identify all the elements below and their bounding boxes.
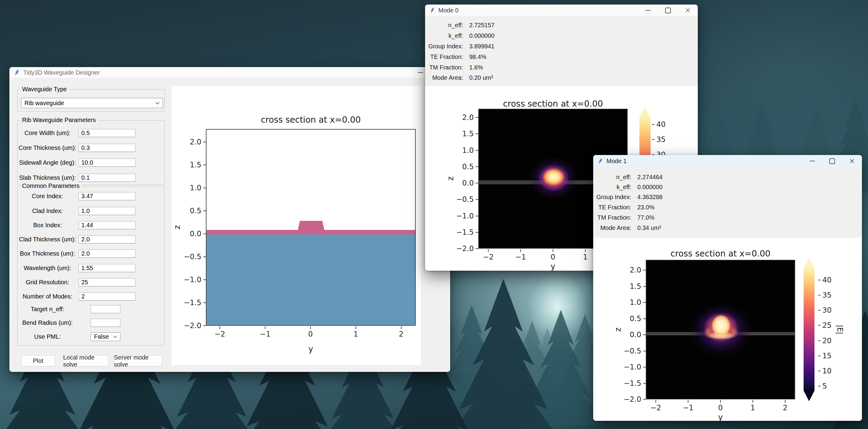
maximize-icon	[829, 158, 835, 164]
minimize-icon	[418, 72, 423, 73]
titlebar-mode-0[interactable]: Mode 0	[425, 4, 698, 16]
core-width-input[interactable]	[79, 129, 135, 137]
stat-te-fraction: TE Fraction: 98.4%	[425, 53, 576, 61]
maximize-icon	[665, 7, 671, 13]
field-label-use-pml: Use PML:	[17, 332, 78, 341]
y-axis-label: z	[614, 324, 624, 336]
colorbar	[804, 258, 814, 401]
sidewall-angle-input[interactable]	[79, 159, 135, 167]
field-label-clad-thickness: Clad Thickness (um):	[17, 235, 78, 243]
x-axis-label: y	[302, 344, 320, 354]
window-waveguide-designer: Tidy3D Waveguide Designer Waveguide Type…	[9, 67, 450, 372]
group-label: Common Parameters	[20, 183, 81, 190]
stat-tm-fraction: TM Fraction: 1.6%	[425, 63, 576, 71]
core-index-input[interactable]	[79, 192, 135, 200]
number-of-modes-input[interactable]	[79, 292, 135, 301]
close-button[interactable]	[678, 4, 698, 16]
substrate-layer	[207, 234, 415, 325]
window-title: Tidy3D Waveguide Designer	[23, 69, 100, 76]
use-pml-combobox[interactable]: False	[91, 332, 120, 341]
local-mode-solve-label: Local mode solve	[63, 354, 108, 368]
local-mode-solve-button[interactable]: Local mode solve	[63, 355, 108, 366]
slab-thickness-input[interactable]	[79, 174, 135, 182]
stat-group-index: Group Index: 3.899941	[425, 42, 576, 50]
stat-mode-area: Mode Area: 0.20 um²	[425, 74, 576, 81]
stat-neff: n_eff: 2.274464	[593, 173, 744, 181]
colorbar-arrow-top	[640, 107, 651, 117]
box-thickness-input[interactable]	[79, 250, 135, 258]
chevron-down-icon	[155, 102, 160, 104]
server-mode-solve-button[interactable]: Server mode solve	[114, 355, 162, 366]
python-feather-icon	[430, 7, 435, 13]
field-label-slab-thickness: Slab Thickness (um):	[17, 174, 78, 182]
colorbar-arrow-bottom	[804, 391, 814, 401]
chevron-down-icon	[113, 336, 117, 338]
y-axis-label: z	[446, 172, 457, 185]
field-label-number-of-modes: Number of Modes:	[17, 292, 78, 301]
field-label-bend-radius: Bend Radius (um):	[17, 319, 78, 327]
maximize-button[interactable]	[658, 4, 678, 16]
python-feather-icon	[14, 69, 20, 76]
window-title: Mode 1	[607, 158, 627, 165]
field-label-grid-resolution: Grid Resolution:	[17, 278, 78, 287]
stat-mode-area: Mode Area: 0.34 um²	[593, 224, 744, 232]
wavelength-input[interactable]	[79, 264, 135, 272]
clad-index-input[interactable]	[79, 207, 135, 215]
close-button[interactable]	[842, 155, 862, 167]
y-axis-label: z	[173, 221, 184, 233]
stat-group-index: Group Index: 4.363288	[593, 193, 744, 201]
field-label-box-index: Box Index:	[17, 221, 78, 229]
plot-axes	[206, 129, 416, 326]
y-axis-ticks: 2.0 1.5 1.0 0.5 0.0 −0.5 −1.0 −1.5 −2.0	[181, 138, 206, 330]
window-title: Mode 0	[438, 7, 459, 14]
stat-neff: n_eff: 2.725157	[425, 21, 576, 29]
field-label-wavelength: Wavelength (um):	[17, 264, 78, 272]
plot-title: cross section at x=0.00	[599, 249, 841, 259]
field-label-box-thickness: Box Thickness (um):	[17, 250, 78, 258]
cross-section-figure: cross section at x=0.00 2.0 1.5 1.0 0.5 …	[172, 86, 421, 365]
field-label-target-neff: Target n_eff:	[17, 305, 78, 313]
plot-title: cross section at x=0.00	[190, 115, 432, 125]
clad-thickness-input[interactable]	[79, 235, 135, 243]
x-axis-ticks: −2 −1 0 1 2	[647, 400, 794, 412]
field-label-clad-index: Clad Index:	[17, 207, 78, 215]
x-axis-label: y	[711, 413, 730, 421]
core-thickness-input[interactable]	[79, 144, 135, 152]
field-label-core-thickness: Core Thickness (um):	[17, 144, 78, 152]
minimize-button[interactable]	[802, 155, 822, 167]
plot-button[interactable]: Plot	[21, 355, 55, 366]
colorbar-label: |E|	[833, 323, 844, 336]
colorbar-arrow-top	[804, 258, 814, 268]
field-label-sidewall-angle: Sidewall Angle (deg):	[17, 159, 78, 167]
x-axis-label: y	[544, 262, 562, 271]
bend-radius-input[interactable]	[91, 319, 120, 327]
window-mode-1: Mode 1 n_eff: 2.274464 k_eff: 0.000000 G…	[593, 155, 862, 421]
field-label-core-index: Core Index:	[17, 192, 78, 200]
colorbar-gradient	[804, 268, 814, 391]
close-icon	[849, 159, 855, 163]
python-feather-icon	[598, 158, 603, 164]
mode1-figure: cross section at x=0.00 2.0 1.5 1.0 0.5 …	[593, 238, 862, 421]
field-label-core-width: Core Width (um):	[17, 129, 78, 137]
mode-field-blob	[646, 260, 795, 399]
titlebar-mode-1[interactable]: Mode 1	[593, 155, 862, 167]
maximize-button[interactable]	[822, 155, 842, 167]
colorbar-ticks: 40 35 30 25 20 15 10 5	[818, 276, 835, 390]
target-neff-input[interactable]	[91, 305, 120, 313]
combobox-value: False	[94, 333, 109, 340]
stat-keff: k_eff: 0.000000	[425, 32, 576, 40]
group-label: Waveguide Type	[20, 86, 69, 93]
minimize-button[interactable]	[638, 4, 658, 16]
stat-te-fraction: TE Fraction: 23.0%	[593, 203, 744, 211]
stat-keff: k_eff: 0.000000	[593, 183, 744, 191]
close-icon	[685, 8, 690, 13]
slab-layer	[207, 230, 415, 234]
stat-tm-fraction: TM Fraction: 77.0%	[593, 213, 744, 222]
titlebar-waveguide-designer[interactable]: Tidy3D Waveguide Designer	[9, 67, 450, 78]
rib-core-shape	[298, 221, 324, 230]
box-index-input[interactable]	[79, 221, 135, 229]
combobox-value: Rib waveguide	[25, 100, 64, 107]
waveguide-type-combobox[interactable]: Rib waveguide	[21, 98, 163, 108]
plot-button-label: Plot	[33, 357, 43, 364]
grid-resolution-input[interactable]	[79, 278, 135, 287]
